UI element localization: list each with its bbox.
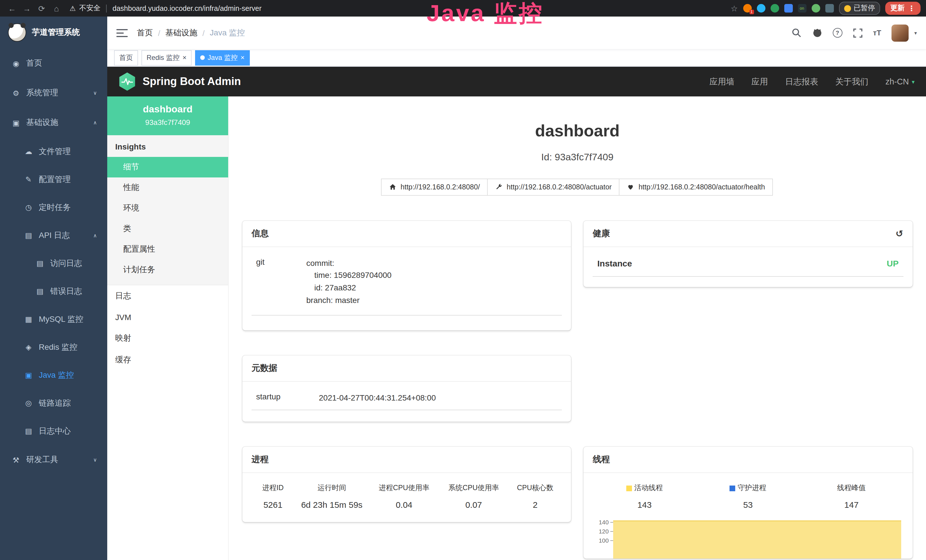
url-text[interactable]: dashboard.yudao.iocoder.cn/infra/admin-s…	[113, 4, 262, 12]
fullscreen-icon[interactable]	[852, 28, 863, 38]
clock-icon: ◷	[24, 203, 33, 212]
git-commit-id: id: 27aa832	[306, 282, 392, 294]
history-icon[interactable]: ↺	[896, 228, 903, 239]
grid-spacer	[584, 355, 912, 361]
sidebar-item-dev-tools[interactable]: ⚒ 研发工具 ∨	[0, 445, 107, 475]
log-icon: ▤	[35, 259, 44, 268]
extension-on-icon[interactable]: on	[798, 4, 806, 12]
extension-icon[interactable]	[784, 4, 793, 12]
sba-menu-item-classes[interactable]: 类	[107, 218, 228, 239]
extension-icon[interactable]	[770, 4, 779, 12]
metadata-key: startup	[256, 392, 319, 404]
sba-nav-journal[interactable]: 日志报表	[785, 76, 818, 87]
chrome-menu-dots-icon[interactable]: ⋮	[908, 4, 915, 12]
process-col-header: 运行时间	[294, 483, 369, 493]
process-card-title: 进程	[242, 447, 571, 473]
sidebar-item-mysql-monitor[interactable]: ▦ MySQL 监控	[0, 305, 107, 333]
font-size-icon[interactable]: тT	[873, 29, 881, 37]
sba-menu-item-config-props[interactable]: 配置属性	[107, 239, 228, 260]
forward-icon[interactable]: →	[21, 4, 33, 13]
y-tick-label: 140	[599, 519, 608, 525]
health-url-button[interactable]: http://192.168.0.2:48080/actuator/health	[619, 179, 773, 196]
hamburger-icon[interactable]	[117, 29, 128, 37]
daemon-threads-label: 守护进程	[738, 483, 766, 493]
process-col-header: 系统CPU使用率	[439, 483, 508, 493]
sba-brand-title[interactable]: Spring Boot Admin	[142, 75, 241, 88]
tab-redis-monitor[interactable]: Redis 监控 ×	[141, 50, 192, 65]
sba-locale-select[interactable]: zh-CN ▾	[885, 77, 915, 86]
not-secure-warning-icon: ⚠	[70, 4, 76, 12]
reload-icon[interactable]: ⟳	[35, 4, 48, 13]
sba-menu-item-details[interactable]: 细节	[107, 157, 228, 177]
sidebar-item-access-logs[interactable]: ▤ 访问日志	[0, 249, 107, 277]
log-icon: ▤	[35, 287, 44, 295]
avatar[interactable]	[891, 24, 909, 41]
chrome-update-button[interactable]: 更新 ⋮	[885, 2, 920, 15]
bookmark-star-icon[interactable]: ☆	[731, 4, 738, 13]
close-icon[interactable]: ×	[183, 54, 186, 61]
extension-icon[interactable]: 1	[743, 4, 752, 12]
breadcrumb-infrastructure[interactable]: 基础设施	[165, 28, 197, 38]
sidebar-item-system-management[interactable]: ⚙ 系统管理 ∨	[0, 78, 107, 108]
help-icon[interactable]: ?	[832, 28, 842, 38]
sidebar-item-java-monitor[interactable]: ▣ Java 监控	[0, 361, 107, 389]
sba-instance-header[interactable]: dashboard 93a3fc7f7409	[107, 97, 228, 135]
extension-leaf-icon[interactable]	[811, 4, 820, 12]
sba-menu-item-logs[interactable]: 日志	[107, 285, 228, 307]
security-label: 不安全	[79, 3, 101, 13]
paused-badge[interactable]: 已暂停	[839, 2, 880, 15]
sba-menu-item-mappings[interactable]: 映射	[107, 327, 228, 349]
breadcrumb-home[interactable]: 首页	[137, 28, 153, 38]
sidebar-item-redis-monitor[interactable]: ◈ Redis 监控	[0, 333, 107, 361]
sidebar-item-label: 访问日志	[50, 258, 82, 268]
sba-menu-item-jvm[interactable]: JVM	[107, 307, 228, 327]
sidebar-item-trace[interactable]: ◎ 链路追踪	[0, 389, 107, 417]
sba-menu-item-environment[interactable]: 环境	[107, 198, 228, 218]
close-icon[interactable]: ×	[241, 54, 244, 61]
sba-menu-item-metrics[interactable]: 性能	[107, 177, 228, 198]
service-url-button[interactable]: http://192.168.0.2:48080/	[381, 179, 488, 196]
sba-instance-id: 93a3fc7f7409	[112, 118, 224, 127]
threads-card: 线程 活动线程 守护进程 线程峰值 143 53 147	[584, 447, 912, 558]
live-threads-legend-swatch	[626, 485, 632, 491]
sba-menu-item-scheduled-tasks[interactable]: 计划任务	[107, 260, 228, 280]
sba-nav-links: 应用墙 应用 日志报表 关于我们	[710, 76, 869, 87]
sba-menu: Insights 细节 性能 环境 类 配置属性 计划任务 日志 JVM 映射 …	[107, 135, 228, 371]
daemon-threads-value: 53	[696, 500, 800, 510]
home-icon[interactable]: ⌂	[50, 4, 63, 13]
sba-nav-wallboard[interactable]: 应用墙	[710, 76, 734, 87]
sba-nav-about[interactable]: 关于我们	[835, 76, 869, 87]
spring-boot-admin-logo-icon[interactable]	[119, 73, 136, 91]
sidebar-item-home[interactable]: ◉ 首页	[0, 48, 107, 78]
back-icon[interactable]: ←	[6, 4, 18, 13]
sba-nav-applications[interactable]: 应用	[752, 76, 768, 87]
actuator-url-button[interactable]: http://192.168.0.2:48080/actuator	[487, 179, 620, 196]
sidebar-item-log-center[interactable]: ▤ 日志中心	[0, 417, 107, 445]
tab-home[interactable]: 首页	[114, 50, 138, 65]
extension-pin-icon[interactable]	[825, 4, 834, 12]
info-card: 信息 git commit: time: 1596289704000 id: 2…	[242, 221, 571, 330]
sidebar-item-label: Redis 监控	[39, 342, 77, 352]
extension-icon[interactable]	[757, 4, 765, 12]
github-icon[interactable]	[812, 28, 822, 38]
tab-java-monitor[interactable]: Java 监控 ×	[195, 50, 250, 65]
daemon-threads-legend-swatch	[730, 485, 735, 491]
emoji-face-icon	[844, 5, 851, 12]
sba-sidebar: dashboard 93a3fc7f7409 Insights 细节 性能 环境…	[107, 97, 229, 560]
paused-badge-label: 已暂停	[853, 3, 875, 13]
sidebar-item-config-management[interactable]: ✎ 配置管理	[0, 165, 107, 194]
browser-chrome: ← → ⟳ ⌂ ⚠ 不安全 dashboard.yudao.iocoder.cn…	[0, 0, 926, 17]
sidebar-item-scheduled-tasks[interactable]: ◷ 定时任务	[0, 194, 107, 221]
sidebar-item-file-management[interactable]: ☁ 文件管理	[0, 138, 107, 165]
tools-icon: ⚒	[11, 456, 21, 464]
search-icon[interactable]	[791, 28, 802, 38]
health-instance-row[interactable]: Instance UP	[593, 255, 903, 277]
live-threads-label: 活动线程	[634, 483, 663, 493]
sba-menu-item-caches[interactable]: 缓存	[107, 349, 228, 371]
sidebar-item-api-logs[interactable]: ▤ API 日志 ∧	[0, 221, 107, 249]
sidebar-item-error-logs[interactable]: ▤ 错误日志	[0, 277, 107, 305]
app-logo[interactable]: 芋道管理系统	[0, 17, 107, 48]
address-bar[interactable]: ⚠ 不安全 dashboard.yudao.iocoder.cn/infra/a…	[70, 3, 262, 13]
trace-icon: ◎	[24, 399, 33, 407]
sidebar-item-infrastructure[interactable]: ▣ 基础设施 ∧	[0, 108, 107, 138]
